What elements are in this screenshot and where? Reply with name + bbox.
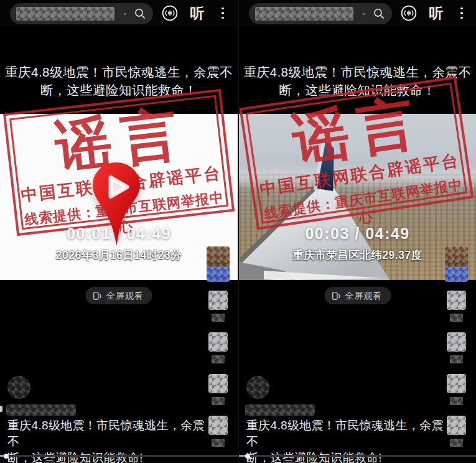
- progress-bar[interactable]: [0, 455, 238, 457]
- fullscreen-label: 全屏观看: [345, 290, 382, 302]
- author-avatar[interactable]: [246, 376, 269, 399]
- progress-bar[interactable]: [239, 455, 476, 457]
- favorite-action-blurred[interactable]: [208, 374, 228, 405]
- author-name-blurred[interactable]: [6, 405, 76, 416]
- search-divider-dot: [363, 13, 365, 15]
- play-pin-icon[interactable]: [91, 161, 142, 249]
- rumor-stamp: 谣言 中国互联网联合辟谣平台 线索提供：重庆市互联网举报中心: [239, 76, 474, 230]
- fullscreen-button[interactable]: 全屏观看: [324, 287, 391, 304]
- overflow-menu-icon[interactable]: [458, 5, 465, 21]
- video-info-overlay: 重庆市荣昌区北纬29.37度: [239, 248, 476, 263]
- search-icon[interactable]: [372, 7, 386, 21]
- rumor-stamp-inner-border: 谣言 中国互联网联合辟谣平台 线索提供：重庆市互联网举报中心: [246, 83, 468, 224]
- fullscreen-label: 全屏观看: [106, 290, 144, 302]
- listen-mode-icon[interactable]: [161, 4, 179, 22]
- edge-notch: [0, 406, 2, 412]
- search-divider-dot: [124, 13, 126, 15]
- progress-dot[interactable]: [245, 454, 250, 459]
- overflow-menu-icon[interactable]: [219, 5, 226, 21]
- panel-left: 听 重庆4.8级地震！市民惊魂逃生，余震不 断，这些避险知识能救命！ 谣言 中国…: [0, 0, 238, 463]
- rail-author-avatar[interactable]: [207, 246, 230, 282]
- rail-author-avatar[interactable]: [445, 246, 468, 282]
- share-action-blurred[interactable]: [447, 416, 466, 447]
- screen: 听 重庆4.8级地震！市民惊魂逃生，余震不 断，这些避险知识能救命！ 谣言 中国…: [0, 0, 476, 463]
- search-bar[interactable]: [249, 3, 392, 24]
- like-action-blurred[interactable]: [447, 291, 466, 322]
- comment-action-blurred[interactable]: [447, 332, 466, 363]
- time-indicator: 00:03 / 04:49: [239, 225, 476, 243]
- progress-dot[interactable]: [4, 454, 9, 459]
- favorite-action-blurred[interactable]: [447, 374, 466, 405]
- search-icon[interactable]: [133, 7, 147, 21]
- search-query-blurred: [255, 7, 353, 21]
- search-query-blurred: [16, 7, 114, 21]
- search-bar[interactable]: [10, 3, 153, 24]
- like-action-blurred[interactable]: [208, 291, 228, 322]
- panel-right: 听 重庆4.8级地震！市民惊魂逃生，余震不 断，这些避险知识能救命！ 谣言 中国…: [238, 0, 476, 463]
- action-rail: [205, 246, 230, 457]
- author-name-blurred[interactable]: [245, 405, 315, 416]
- listen-button[interactable]: 听: [426, 4, 447, 22]
- rotate-phone-icon: [92, 291, 103, 301]
- author-avatar[interactable]: [7, 376, 30, 399]
- video-info-overlay: 2026年3月16日14时23分: [0, 248, 238, 263]
- action-rail: [444, 246, 469, 457]
- fullscreen-button[interactable]: 全屏观看: [86, 287, 152, 304]
- listen-mode-icon[interactable]: [400, 4, 418, 22]
- share-action-blurred[interactable]: [208, 416, 228, 447]
- comment-action-blurred[interactable]: [208, 332, 228, 363]
- rotate-phone-icon: [330, 291, 341, 301]
- top-bar: 听: [0, 0, 238, 26]
- top-bar: 听: [239, 0, 476, 26]
- listen-button[interactable]: 听: [187, 4, 208, 22]
